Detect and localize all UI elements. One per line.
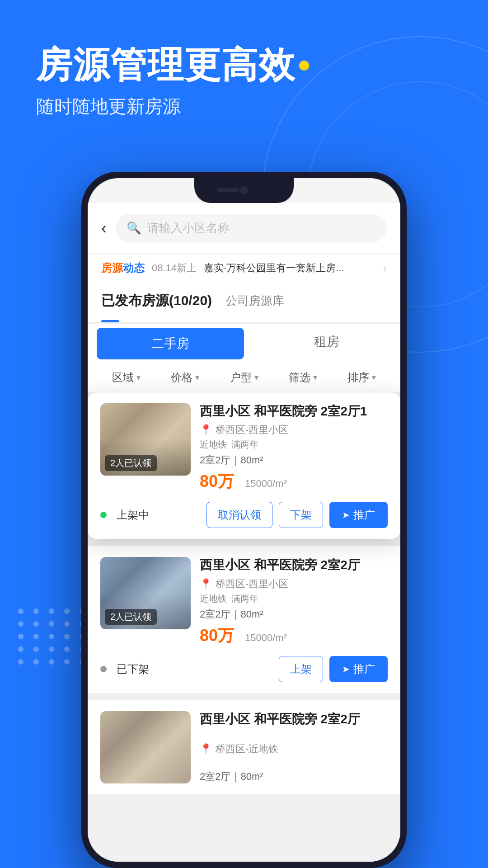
delist-button[interactable]: 下架 <box>279 502 323 528</box>
card-3-image-bg <box>100 711 191 783</box>
phone-frame: ‹ 🔍 请输入小区名称 房源动态 08.14新上 嘉实·万科公园里有一套新上房.… <box>81 172 407 868</box>
status-dot-gray <box>100 666 107 672</box>
news-banner[interactable]: 房源动态 08.14新上 嘉实·万科公园里有一套新上房... › <box>88 253 400 283</box>
notch-speaker <box>217 188 239 192</box>
card-2-top: 2人已认领 西里小区 和平医院旁 2室2厅 📍 桥西区-西里小区 近地铁 <box>100 557 388 646</box>
header-section: 房源管理更高效 随时随地更新房源 <box>36 45 452 119</box>
bg-dots <box>18 609 88 665</box>
card-1-price: 80万 15000/m² <box>200 471 388 493</box>
tab-indicator <box>101 320 119 322</box>
card-3-top: 西里小区 和平医院旁 2室2厅 📍 桥西区-近地铁 2室2厅｜80m² <box>100 711 388 783</box>
card-2-title: 西里小区 和平医院旁 2室2厅 <box>200 557 388 573</box>
news-arrow-icon: › <box>383 262 387 274</box>
sub-title: 随时随地更新房源 <box>36 94 452 119</box>
company-link[interactable]: 公司房源库 <box>225 293 284 309</box>
card-1-bottom: 上架中 取消认领 下架 ➤ 推广 <box>100 502 388 528</box>
promote-icon: ➤ <box>342 509 350 520</box>
news-label-blue: 动态 <box>123 262 145 274</box>
filter-area[interactable]: 区域 ▾ <box>97 370 155 385</box>
card-2-tag-1: 满两年 <box>231 593 258 605</box>
cards-area: 2人已认领 西里小区 和平医院旁 2室2厅1 📍 桥西区-西里小区 <box>88 392 400 794</box>
card-1-location-text: 桥西区-西里小区 <box>216 423 288 437</box>
property-card-3: 西里小区 和平医院旁 2室2厅 📍 桥西区-近地铁 2室2厅｜80m² <box>88 700 400 794</box>
phone-notch <box>194 178 294 203</box>
phone-mockup: ‹ 🔍 请输入小区名称 房源动态 08.14新上 嘉实·万科公园里有一套新上房.… <box>81 172 407 868</box>
card-2-actions: 上架 ➤ 推广 <box>279 656 388 682</box>
card-1-location: 📍 桥西区-西里小区 <box>200 423 388 437</box>
filter-price-arrow: ▾ <box>195 373 199 382</box>
card-1-specs: 2室2厅｜80m² <box>200 453 388 467</box>
card-1-tag-0: 近地铁 <box>200 439 227 451</box>
card-2-bottom: 已下架 上架 ➤ 推广 <box>100 656 388 682</box>
cancel-claim-button[interactable]: 取消认领 <box>206 502 272 528</box>
card-2-location-text: 桥西区-西里小区 <box>216 577 288 591</box>
published-title: 已发布房源(10/20) <box>101 292 212 310</box>
filter-sort-arrow: ▾ <box>372 373 376 382</box>
search-bar: ‹ 🔍 请输入小区名称 <box>88 203 400 253</box>
filter-type[interactable]: 户型 ▾ <box>215 370 273 385</box>
card-2-tags: 近地铁 满两年 <box>200 593 388 605</box>
card-1-status: 上架中 <box>117 508 199 522</box>
card-2-tag-0: 近地铁 <box>200 593 227 605</box>
card-2-location: 📍 桥西区-西里小区 <box>200 577 388 591</box>
filter-type-label: 户型 <box>230 370 252 385</box>
search-input-area[interactable]: 🔍 请输入小区名称 <box>116 214 387 242</box>
card-2-status: 已下架 <box>117 662 272 676</box>
property-card-1: 2人已认领 西里小区 和平医院旁 2室2厅1 📍 桥西区-西里小区 <box>88 392 400 539</box>
card-2-info: 西里小区 和平医院旁 2室2厅 📍 桥西区-西里小区 近地铁 满两年 2室2厅｜… <box>200 557 388 646</box>
card-1-price-per: 15000/m² <box>245 478 287 489</box>
promote-button-1[interactable]: ➤ 推广 <box>329 502 388 528</box>
filter-type-arrow: ▾ <box>254 373 258 382</box>
promote-icon-2: ➤ <box>342 664 350 675</box>
status-dot-green <box>100 512 107 518</box>
card-1-tags: 近地铁 满两年 <box>200 439 388 451</box>
filter-sort[interactable]: 排序 ▾ <box>333 370 391 385</box>
filter-area-arrow: ▾ <box>136 373 141 382</box>
card-2-price: 80万 15000/m² <box>200 625 388 647</box>
filter-price-label: 价格 <box>171 370 192 385</box>
card-2-price-per: 15000/m² <box>245 632 287 643</box>
tab-row <box>101 317 387 322</box>
filter-row: 区域 ▾ 价格 ▾ 户型 ▾ 筛选 ▾ <box>88 363 400 392</box>
main-title-text: 房源管理更高效 <box>36 45 296 85</box>
card-3-image <box>100 711 191 783</box>
list-button[interactable]: 上架 <box>279 656 323 682</box>
location-pin-icon-3: 📍 <box>200 743 212 755</box>
location-pin-icon-2: 📍 <box>200 578 212 590</box>
card-1-title: 西里小区 和平医院旁 2室2厅1 <box>200 403 388 420</box>
card-3-location-text: 桥西区-近地铁 <box>216 742 278 756</box>
phone-content: ‹ 🔍 请输入小区名称 房源动态 08.14新上 嘉实·万科公园里有一套新上房.… <box>88 203 400 862</box>
card-3-title: 西里小区 和平医院旁 2室2厅 <box>200 711 388 727</box>
card-1-top: 2人已认领 西里小区 和平医院旁 2室2厅1 📍 桥西区-西里小区 <box>100 403 388 493</box>
card-1-badge: 2人已认领 <box>105 455 157 471</box>
phone-screen: ‹ 🔍 请输入小区名称 房源动态 08.14新上 嘉实·万科公园里有一套新上房.… <box>88 178 400 862</box>
tab-rent[interactable]: 租房 <box>253 324 400 363</box>
card-3-specs: 2室2厅｜80m² <box>200 770 388 783</box>
card-2-price-main: 80万 <box>200 626 239 645</box>
property-card-2: 2人已认领 西里小区 和平医院旁 2室2厅 📍 桥西区-西里小区 近地铁 <box>88 546 400 693</box>
card-3-location: 📍 桥西区-近地铁 <box>200 742 388 756</box>
main-title: 房源管理更高效 <box>36 45 452 85</box>
card-1-tag-1: 满两年 <box>231 439 258 451</box>
promote-button-2[interactable]: ➤ 推广 <box>329 656 388 682</box>
filter-area-label: 区域 <box>112 370 134 385</box>
card-1-actions: 取消认领 下架 ➤ 推广 <box>206 502 388 528</box>
card-2-image: 2人已认领 <box>100 557 191 629</box>
tab-section: 已发布房源(10/20) 公司房源库 <box>88 283 400 322</box>
back-button[interactable]: ‹ <box>101 219 107 238</box>
filter-price[interactable]: 价格 ▾ <box>155 370 214 385</box>
filter-screen-label: 筛选 <box>289 370 310 385</box>
location-pin-icon: 📍 <box>200 424 212 436</box>
card-1-image: 2人已认领 <box>100 403 191 476</box>
news-text: 嘉实·万科公园里有一套新上房... <box>204 261 376 275</box>
card-1-info: 西里小区 和平医院旁 2室2厅1 📍 桥西区-西里小区 近地铁 满两年 <box>200 403 388 493</box>
filter-screen[interactable]: 筛选 ▾ <box>273 370 332 385</box>
card-3-info: 西里小区 和平医院旁 2室2厅 📍 桥西区-近地铁 2室2厅｜80m² <box>200 711 388 783</box>
tab-second-hand[interactable]: 二手房 <box>97 328 244 359</box>
card-2-specs: 2室2厅｜80m² <box>200 608 388 621</box>
category-tabs: 二手房 租房 <box>88 324 400 363</box>
news-label: 房源动态 <box>101 261 145 275</box>
title-dot <box>299 61 309 71</box>
news-label-orange: 房源 <box>101 262 123 274</box>
card-2-badge: 2人已认领 <box>105 609 157 625</box>
